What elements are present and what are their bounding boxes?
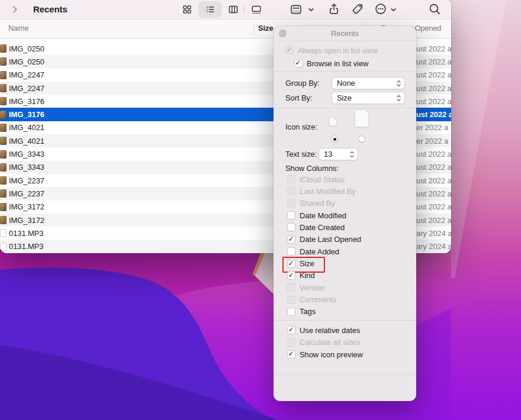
- file-name: IMG_3172: [9, 216, 44, 225]
- file-name: IMG_3172: [9, 202, 44, 211]
- icon-size-radio-large[interactable]: [358, 135, 365, 143]
- checkbox[interactable]: [287, 223, 295, 231]
- always-open-option[interactable]: Always open in list view: [285, 44, 410, 56]
- option-row[interactable]: Use relative dates: [287, 324, 410, 336]
- group-by-chevron-icon[interactable]: [308, 7, 314, 13]
- file-name: IMG_3176: [9, 97, 44, 106]
- file-date-last-opened: ust 2022 a: [416, 176, 451, 185]
- checkbox[interactable]: [287, 326, 295, 334]
- stepper-icon: [396, 79, 401, 88]
- column-view-button[interactable]: [221, 1, 245, 18]
- file-date-last-opened: ust 2022 a: [416, 150, 451, 159]
- checkbox[interactable]: [287, 283, 295, 292]
- more-actions-chevron-icon[interactable]: [390, 7, 397, 13]
- option-row[interactable]: Date Last Opened: [287, 234, 410, 245]
- list-view-button[interactable]: [198, 1, 221, 18]
- file-name: IMG_3343: [9, 163, 44, 172]
- option-row[interactable]: Size: [287, 258, 410, 270]
- option-row[interactable]: Last Modified By: [287, 185, 410, 197]
- checkbox[interactable]: [287, 211, 295, 219]
- group-by-button[interactable]: [290, 3, 303, 16]
- icon-view-button[interactable]: [175, 1, 198, 18]
- sort-by-dropdown[interactable]: Size: [332, 92, 405, 104]
- file-date-last-opened: ust 2022 a: [416, 97, 451, 106]
- file-name: IMG_3176: [9, 110, 44, 119]
- file-name: IMG_4021: [9, 123, 44, 132]
- file-date-last-opened: ust 2022 a: [416, 202, 451, 211]
- file-date-last-opened: ust 2022 a: [416, 110, 451, 119]
- checkbox[interactable]: [285, 46, 294, 54]
- toolbar: Recents: [0, 0, 451, 20]
- file-thumbnail-icon: [0, 111, 7, 119]
- checkbox[interactable]: [287, 175, 295, 183]
- checkbox[interactable]: [294, 59, 303, 67]
- window-title: Recents: [33, 0, 67, 19]
- small-icon-preview: [329, 117, 337, 126]
- file-date-last-opened: ust 2022 a: [416, 84, 451, 93]
- checkbox[interactable]: [287, 350, 295, 358]
- file-thumbnail-icon: [0, 84, 7, 92]
- stepper-icon: [349, 150, 355, 159]
- option-row[interactable]: Date Modified: [287, 209, 410, 221]
- option-row[interactable]: Comments: [287, 294, 410, 306]
- file-name: IMG_0250: [9, 57, 44, 66]
- group-by-dropdown[interactable]: None: [332, 77, 405, 89]
- file-thumbnail-icon: [0, 57, 7, 66]
- file-date-last-opened: ust 2022 a: [416, 189, 451, 198]
- file-name: IMG_2247: [9, 84, 44, 93]
- tag-button[interactable]: [351, 2, 364, 15]
- option-row[interactable]: Date Added: [287, 245, 410, 257]
- more-actions-button[interactable]: [374, 2, 387, 15]
- checkbox[interactable]: [287, 187, 295, 195]
- search-button[interactable]: [428, 2, 441, 15]
- option-row[interactable]: Kind: [287, 270, 410, 282]
- panel-close-button[interactable]: [279, 30, 287, 37]
- option-row[interactable]: Shared By: [287, 198, 410, 209]
- checkbox[interactable]: [287, 296, 295, 304]
- checkbox[interactable]: [287, 247, 295, 256]
- icon-size-radio-small[interactable]: [331, 135, 338, 143]
- file-thumbnail-icon: [0, 137, 7, 145]
- file-name: 0131.MP3: [9, 229, 43, 238]
- checkbox[interactable]: [287, 199, 295, 208]
- file-date-last-opened: er 2022 a: [416, 123, 448, 132]
- file-date-last-opened: ust 2022 a: [416, 216, 451, 225]
- file-thumbnail-icon: [0, 229, 7, 237]
- share-button[interactable]: [327, 2, 340, 15]
- grid-icon: [181, 4, 193, 15]
- checkbox[interactable]: [287, 338, 295, 347]
- file-date-last-opened: ust 2022 a: [416, 70, 451, 79]
- option-row[interactable]: Tags: [287, 306, 410, 318]
- sort-by-label: Sort By:: [285, 93, 312, 102]
- gallery-view-button[interactable]: [245, 1, 268, 18]
- option-row[interactable]: Date Created: [287, 221, 410, 233]
- file-thumbnail-icon: [0, 150, 7, 159]
- file-name: IMG_2247: [9, 70, 44, 79]
- file-thumbnail-icon: [0, 243, 7, 251]
- large-icon-preview: [355, 109, 369, 127]
- file-thumbnail-icon: [0, 44, 7, 53]
- option-row[interactable]: Show icon preview: [287, 348, 410, 360]
- columns-icon: [227, 4, 239, 15]
- checkbox[interactable]: [287, 235, 295, 244]
- view-options-panel: Recents Always open in list view Browse …: [274, 26, 416, 401]
- option-row[interactable]: Version: [287, 282, 410, 293]
- checkbox[interactable]: [287, 308, 295, 316]
- checkbox[interactable]: [287, 260, 295, 268]
- option-row[interactable]: Calculate all sizes: [287, 337, 410, 348]
- forward-chevron-button[interactable]: [9, 4, 20, 15]
- browse-list-option[interactable]: Browse in list view: [294, 57, 410, 69]
- file-name: IMG_3343: [9, 150, 44, 159]
- option-row[interactable]: iCloud Status: [287, 173, 410, 185]
- column-header-name[interactable]: Name: [8, 20, 28, 37]
- checkbox[interactable]: [287, 272, 295, 280]
- file-thumbnail-icon: [0, 97, 7, 105]
- panel-title: Recents: [274, 26, 416, 41]
- file-date-last-opened: ust 2022 a: [416, 163, 451, 172]
- file-date-last-opened: er 2022 a: [416, 137, 448, 146]
- column-header-size[interactable]: Size: [258, 20, 274, 37]
- file-date-last-opened: ary 2024 a: [416, 229, 451, 238]
- text-size-dropdown[interactable]: 13: [319, 148, 358, 160]
- file-thumbnail-icon: [0, 71, 7, 79]
- file-thumbnail-icon: [0, 216, 7, 224]
